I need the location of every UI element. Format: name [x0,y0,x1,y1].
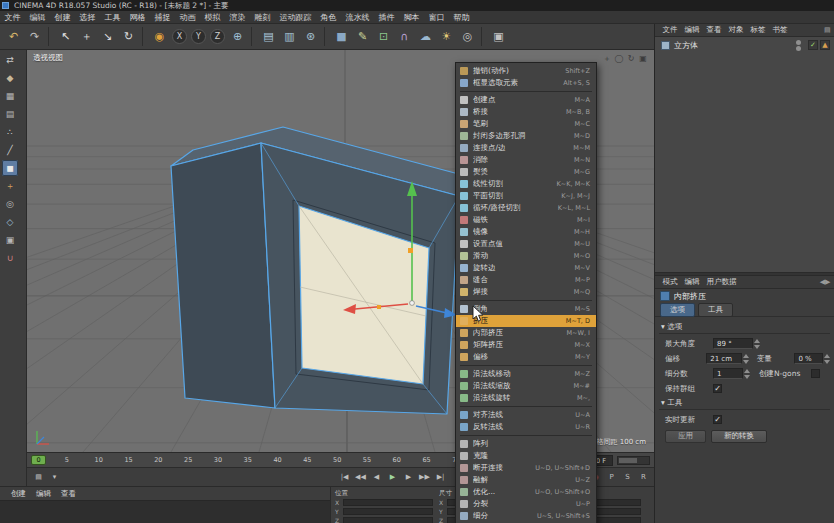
menubar-item[interactable]: 渲染 [225,12,250,23]
convert-editable-icon[interactable]: ⇄ [2,52,18,68]
variance-field[interactable]: 0 % [794,353,823,364]
render-settings-icon[interactable]: ⊛ [301,27,320,46]
context-menu-item[interactable]: 反转法线U~R [456,421,596,433]
render-picture-viewer-icon[interactable]: ▥ [280,27,299,46]
environment-icon[interactable]: ☁ [416,27,435,46]
deformer-icon[interactable]: ∩ [395,27,414,46]
menubar-item[interactable]: 流水线 [341,12,374,23]
move-tool-icon[interactable]: ＋ [77,27,96,46]
redo-icon[interactable]: ↷ [25,27,44,46]
subdivision-field[interactable]: 1 [713,368,743,379]
object-manager-menu-item[interactable]: 标签 [747,25,769,35]
menubar-item[interactable]: 雕刻 [250,12,275,23]
menubar-item[interactable]: 角色 [316,12,341,23]
object-manager-menu-item[interactable]: 文件 [659,25,681,35]
context-menu-item[interactable]: 阵列 [456,438,596,450]
snap-icon[interactable]: ◇ [2,214,18,230]
rotate-view-icon[interactable]: ↻ [625,52,637,64]
panel-menu-icon[interactable]: ▤ [820,26,834,34]
context-menu-item[interactable]: 设置点值M~U [456,238,596,250]
context-menu-item[interactable]: 滑动M~O [456,250,596,262]
object-row[interactable]: 立方体 ✓ ▲ [655,37,834,51]
points-mode-icon[interactable]: ∴ [2,124,18,140]
workplane-lock-icon[interactable]: ▣ [2,232,18,248]
timeline-scrollbar[interactable] [617,456,650,465]
timeline-mode-icon[interactable]: ▤ [31,470,46,484]
model-left-face[interactable] [171,143,275,408]
goto-end-icon[interactable]: ▶| [433,470,448,484]
context-menu-item[interactable]: 偏移M~Y [456,351,596,363]
context-menu-item[interactable]: 封闭多边形孔洞M~D [456,130,596,142]
context-menu-item[interactable]: 创建点M~A [456,94,596,106]
context-menu-item[interactable]: 镜像M~H [456,226,596,238]
offset-spinner[interactable] [743,354,749,364]
menubar-item[interactable]: 脚本 [399,12,424,23]
menubar-item[interactable]: 捕捉 [150,12,175,23]
context-menu-item[interactable]: 对齐法线U~A [456,409,596,421]
camera-icon[interactable]: ◎ [458,27,477,46]
context-menu-item[interactable]: 笔刷M~C [456,118,596,130]
history-arrows-icon[interactable]: ◀▶ [816,278,834,286]
material-menu-item[interactable]: 创建 [6,489,31,499]
prev-key-icon[interactable]: ◀◀ [353,470,368,484]
context-menu-item[interactable]: 桥接M~B, B [456,106,596,118]
context-menu-item[interactable]: 消除M~N [456,154,596,166]
record-rotation-icon[interactable]: R [636,470,651,484]
magnet-icon[interactable]: ∪ [2,250,18,266]
max-angle-field[interactable]: 89 ° [713,338,753,349]
next-frame-icon[interactable]: ▶ [401,470,416,484]
coords-field[interactable] [343,517,433,523]
object-name[interactable]: 立方体 [674,40,698,51]
polygons-mode-icon[interactable]: ◼ [2,160,18,176]
record-scale-icon[interactable]: S [620,470,635,484]
preserve-groups-checkbox[interactable]: ✓ [713,384,722,393]
menubar-item[interactable]: 网格 [125,12,150,23]
y-plane-handle[interactable] [408,248,413,253]
max-angle-spinner[interactable] [754,339,761,349]
scale-tool-icon[interactable]: ↘ [98,27,117,46]
extruded-box-model[interactable] [171,127,481,414]
menubar-item[interactable]: 窗口 [424,12,449,23]
context-menu-item[interactable]: 融解U~Z [456,474,596,486]
context-menu-item[interactable]: 撤销(动作)Shift+Z [456,65,596,77]
attribute-manager-menu-item[interactable]: 编辑 [681,277,703,287]
edges-mode-icon[interactable]: ╱ [2,142,18,158]
attribute-tab-active[interactable]: 选项 [660,303,695,317]
realtime-checkbox[interactable]: ✓ [713,415,722,424]
context-menu-item[interactable]: 沿法线缩放M~# [456,380,596,392]
context-menu-item[interactable]: 熨烫M~G [456,166,596,178]
offset-field[interactable]: 21 cm [706,353,741,364]
object-manager-menu-item[interactable]: 查看 [703,25,725,35]
prev-frame-icon[interactable]: ◀ [369,470,384,484]
coords-field[interactable] [343,499,433,506]
context-menu-item[interactable]: 磁铁M~I [456,214,596,226]
material-list-area[interactable] [0,500,330,523]
menubar-item[interactable]: 文件 [0,12,25,23]
live-selection-icon[interactable]: ↖ [56,27,75,46]
x-plane-handle[interactable] [377,305,381,309]
z-axis-lock-icon[interactable]: Z [210,29,225,44]
undo-icon[interactable]: ↶ [4,27,23,46]
gizmo-center[interactable] [410,301,415,306]
object-manager-menu-item[interactable]: 书签 [769,25,791,35]
last-tool-icon[interactable]: ◉ [150,27,169,46]
context-menu-item[interactable]: 沿法线移动M~Z [456,368,596,380]
context-menu-item[interactable]: 矩阵挤压M~X [456,339,596,351]
model-mode-icon[interactable]: ◆ [2,70,18,86]
tool-section-header[interactable]: ▾ 工具 [659,396,830,410]
menubar-item[interactable]: 选择 [75,12,100,23]
ngons-checkbox[interactable] [811,369,820,378]
viewport-view-menu[interactable]: 透视视图 [33,53,63,63]
toggle-view-icon[interactable]: ▣ [637,52,649,64]
context-menu-item[interactable]: 分裂U~P [456,498,596,510]
x-axis-lock-icon[interactable]: X [172,29,187,44]
pan-view-icon[interactable]: ＋ [601,52,613,64]
menubar-item[interactable]: 编辑 [25,12,50,23]
menubar-item[interactable]: 运动跟踪 [275,12,316,23]
context-menu-item[interactable]: 克隆 [456,450,596,462]
context-menu-item[interactable]: 内部挤压M~W, I [456,327,596,339]
play-icon[interactable]: ▶ [385,470,400,484]
context-menu-item[interactable]: 优化...U~O, U~Shift+O [456,486,596,498]
material-menu-item[interactable]: 编辑 [31,489,56,499]
y-axis-lock-icon[interactable]: Y [191,29,206,44]
